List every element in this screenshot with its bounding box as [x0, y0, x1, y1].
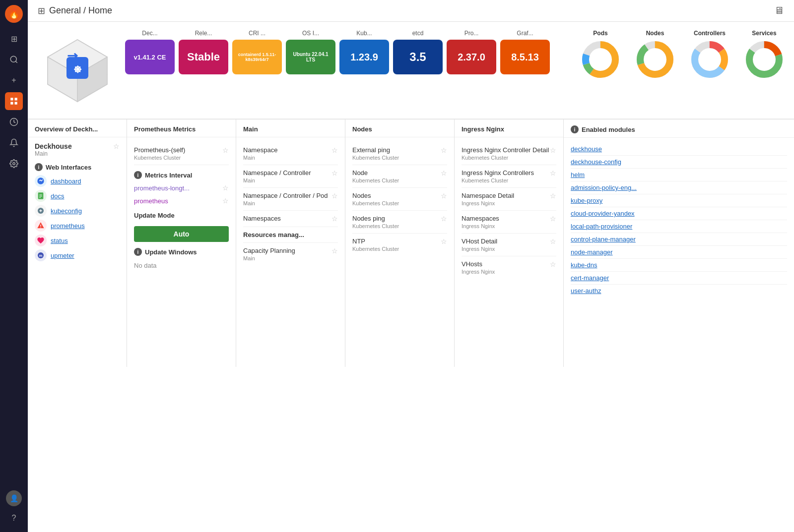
nodes-node-star[interactable]: ☆	[441, 169, 447, 177]
web-link-kubeconfig[interactable]: kubeconfig	[51, 207, 82, 215]
web-icon-status	[35, 235, 47, 246]
nginx-vhosts-star[interactable]: ☆	[550, 260, 556, 268]
metric-longt-star[interactable]: ☆	[222, 184, 229, 192]
module-user-authz[interactable]: user-authz	[571, 285, 787, 297]
main-capacity-star[interactable]: ☆	[331, 247, 338, 255]
nginx-item-ns-detail: Namespace DetailIngress Nginx ☆	[462, 188, 556, 211]
web-icon-upmeter: m	[35, 249, 47, 261]
module-node-manager[interactable]: node-manager	[571, 246, 787, 259]
deckhouse-sub: Main	[35, 150, 72, 157]
main-item-namespaces: Namespaces ☆	[243, 211, 338, 227]
web-interfaces-info-icon: i	[35, 163, 43, 171]
main-ns-ctrl-star[interactable]: ☆	[331, 169, 338, 177]
nginx-namespaces-star[interactable]: ☆	[550, 215, 556, 223]
version-group-graf: Graf... 8.5.13	[500, 30, 550, 74]
main-item-ns-ctrl: Namespace / ControllerMain ☆	[243, 165, 338, 188]
module-cert-manager[interactable]: cert-manager	[571, 272, 787, 285]
prometheus-self-star[interactable]: ☆	[222, 146, 229, 154]
donut-controllers: Controllers	[690, 30, 729, 79]
metric-link-prometheus-longt[interactable]: prometheus-longt...	[134, 184, 190, 192]
donut-pods-label: Pods	[593, 30, 607, 37]
version-card-os: Ubuntu 22.04.1 LTS	[286, 40, 335, 74]
sidebar-item-add[interactable]: +	[5, 71, 23, 89]
module-deckhouse[interactable]: deckhouse	[571, 143, 787, 156]
nodes-ntp-star[interactable]: ☆	[441, 237, 447, 245]
donut-nodes-label: Nodes	[646, 30, 664, 37]
donut-services: Services	[744, 30, 784, 79]
web-link-dashboard[interactable]: dashboard	[51, 177, 81, 185]
update-windows-section: i Update Windows	[134, 248, 229, 256]
main-namespaces-star[interactable]: ☆	[331, 215, 338, 223]
nginx-item-vhosts: VHostsIngress Nginx ☆	[462, 256, 556, 279]
panel-nodes: Nodes External pingKubernetes Cluster ☆ …	[345, 119, 455, 367]
prometheus-self-sub: Kubernetes Cluster	[134, 155, 185, 161]
nginx-item-namespaces: NamespacesIngress Nginx ☆	[462, 211, 556, 234]
metrics-interval-info-icon: i	[134, 171, 142, 179]
svg-rect-5	[15, 102, 17, 105]
metric-link-prometheus-self[interactable]: prometheus	[134, 197, 168, 205]
web-icon-docs	[35, 190, 47, 202]
main-area: ⊞ General / Home 🖥 ⎈	[28, 0, 794, 532]
metric-link-longt: prometheus-longt... ☆	[134, 183, 229, 193]
avatar[interactable]: 👤	[6, 490, 22, 506]
web-link-status[interactable]: status	[51, 237, 68, 244]
metric-prometheus-star[interactable]: ☆	[222, 197, 229, 205]
sidebar-item-settings[interactable]	[5, 155, 23, 173]
module-kube-dns[interactable]: kube-dns	[571, 259, 787, 272]
module-control-plane-manager[interactable]: control-plane-manager	[571, 233, 787, 246]
sidebar-help[interactable]: ?	[5, 509, 23, 527]
nginx-ns-detail-star[interactable]: ☆	[550, 192, 556, 200]
module-admission-policy[interactable]: admission-policy-eng...	[571, 181, 787, 194]
version-group-kub: Kub... 1.23.9	[339, 30, 389, 74]
nodes-item-nodes-ping: Nodes pingKubernetes Cluster ☆	[352, 211, 447, 234]
sidebar-item-grid[interactable]: ⊞	[5, 30, 23, 48]
svg-point-7	[13, 163, 15, 165]
module-deckhouse-config[interactable]: deckhouse-config	[571, 156, 787, 169]
sidebar-item-apps[interactable]	[5, 92, 23, 110]
panel-nginx-header: Ingress Nginx	[455, 119, 563, 137]
main-ns-ctrl-pod-star[interactable]: ☆	[331, 192, 338, 200]
sidebar-item-bell[interactable]	[5, 134, 23, 152]
web-link-docs[interactable]: docs	[51, 192, 64, 200]
web-icon-kubeconfig	[35, 205, 47, 217]
module-kube-proxy[interactable]: kube-proxy	[571, 194, 787, 207]
nginx-controllers-star[interactable]: ☆	[550, 169, 556, 177]
panel-main-header: Main	[236, 119, 345, 137]
module-local-path[interactable]: local-path-provisioner	[571, 220, 787, 233]
topbar: ⊞ General / Home 🖥	[28, 0, 794, 22]
version-label-cri: CRI ...	[249, 30, 265, 37]
version-group-rele: Rele... Stable	[179, 30, 228, 74]
nodes-nodes-star[interactable]: ☆	[441, 192, 447, 200]
nodes-ext-ping-star[interactable]: ☆	[441, 146, 447, 154]
app-logo[interactable]: 🔥	[5, 5, 23, 23]
nginx-vhost-detail-star[interactable]: ☆	[550, 237, 556, 245]
version-card-cri: containerd 1.5.11-k8s39r64r7	[232, 40, 282, 74]
cluster-logo: ⎈ ⇄	[38, 30, 117, 111]
nginx-item-ctrl-detail: Ingress Nginx Controller DetailKubernete…	[462, 142, 556, 165]
web-link-upmeter[interactable]: upmeter	[51, 252, 74, 259]
version-label-etcd: etcd	[412, 30, 424, 37]
nginx-ctrl-detail-star[interactable]: ☆	[550, 146, 556, 154]
version-card-pro: 2.37.0	[447, 40, 496, 74]
deckhouse-star-btn[interactable]: ☆	[113, 142, 120, 150]
web-link-prometheus[interactable]: prometheus	[51, 222, 85, 230]
version-group-pro: Pro... 2.37.0	[447, 30, 496, 74]
topbar-left: ⊞ General / Home	[38, 5, 112, 16]
sidebar-item-gauge[interactable]	[5, 113, 23, 131]
web-item-status: status	[35, 235, 120, 246]
main-namespace-star[interactable]: ☆	[331, 146, 338, 154]
version-label-dec: Dec...	[142, 30, 157, 37]
version-card-dec: v1.41.2 CE	[125, 40, 175, 74]
panels-row: Overview of Deckh... Deckhouse Main ☆ i …	[28, 119, 794, 367]
panel-nginx: Ingress Nginx Ingress Nginx Controller D…	[455, 119, 564, 367]
auto-button[interactable]: Auto	[134, 226, 229, 242]
nodes-ping-star[interactable]: ☆	[441, 215, 447, 223]
sidebar-item-search[interactable]	[5, 51, 23, 68]
monitor-icon[interactable]: 🖥	[774, 5, 784, 16]
panel-prometheus-header: Prometheus Metrics	[127, 119, 236, 137]
module-helm[interactable]: helm	[571, 169, 787, 181]
module-cloud-provider-yandex[interactable]: cloud-provider-yandex	[571, 207, 787, 220]
panel-prometheus-content: Prometheus-(self) Kubernetes Cluster ☆ i…	[127, 137, 236, 367]
nginx-item-vhost-detail: VHost DetailIngress Nginx ☆	[462, 234, 556, 256]
nodes-item-ext-ping: External pingKubernetes Cluster ☆	[352, 142, 447, 165]
